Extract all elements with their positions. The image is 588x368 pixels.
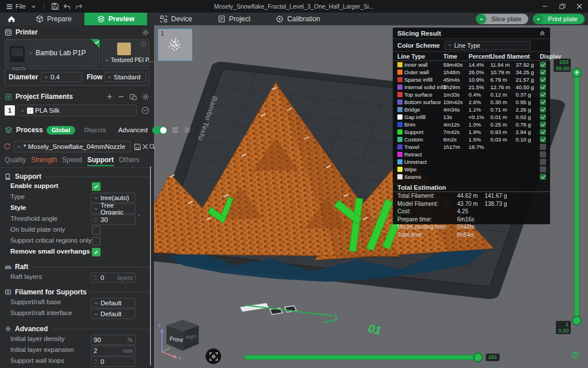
plate-type-card[interactable]: Textured PEI P... xyxy=(102,39,149,67)
move-slider-track[interactable] xyxy=(244,355,479,360)
layer-view-icon[interactable] xyxy=(571,350,580,359)
initial-layer-density-input[interactable]: 90% xyxy=(91,335,136,345)
raft-layers-spinner[interactable]: 0layers xyxy=(91,273,136,283)
display-checkbox[interactable] xyxy=(540,136,546,143)
tab-strength[interactable]: Strength xyxy=(31,156,57,164)
slice-plate-button[interactable]: Slice plate xyxy=(476,14,528,24)
line-type-percent: <0.1% xyxy=(469,114,490,120)
display-checkbox[interactable] xyxy=(540,144,546,150)
reset-preset-icon[interactable] xyxy=(3,143,11,150)
critical-regions-checkbox[interactable] xyxy=(92,237,100,246)
on-build-plate-checkbox[interactable] xyxy=(92,226,100,235)
spinner-arrows-icon[interactable] xyxy=(94,275,98,281)
support-raft-interface-select[interactable]: Default xyxy=(91,309,136,319)
tab-speed[interactable]: Speed xyxy=(62,156,82,164)
line-type-time: 45m4s xyxy=(443,76,469,83)
info-icon[interactable] xyxy=(141,41,146,47)
display-checkbox[interactable] xyxy=(540,106,546,113)
navigation-cube[interactable]: Front Right z x xyxy=(157,316,206,360)
line-type-name: Unretract xyxy=(404,159,443,165)
save-preset-icon[interactable] xyxy=(134,143,141,151)
layer-slider-top-handle[interactable]: + xyxy=(572,68,582,78)
spinner-arrows-icon[interactable] xyxy=(94,359,98,365)
support-style-select[interactable]: Tree Organic xyxy=(91,204,136,214)
undo-icon[interactable] xyxy=(63,3,71,10)
remove-filament-icon[interactable] xyxy=(118,93,125,100)
initial-layer-expansion-input[interactable]: 2mm xyxy=(91,346,136,356)
tab-device[interactable]: Device xyxy=(147,13,205,25)
file-menu[interactable]: File xyxy=(5,3,27,10)
display-checkbox[interactable] xyxy=(540,159,546,165)
print-plate-button[interactable]: Print plate xyxy=(533,14,585,24)
sidebar-scrollbar[interactable] xyxy=(150,166,151,366)
printer-dropdown-chevron-icon[interactable] xyxy=(28,50,34,56)
display-checkbox[interactable] xyxy=(540,76,546,83)
print-dropdown-icon[interactable] xyxy=(533,14,543,24)
move-slider-handle[interactable] xyxy=(473,352,483,362)
filament-settings-gear-icon[interactable] xyxy=(142,93,149,101)
filament-slot-number[interactable]: 1 xyxy=(5,105,15,116)
slicing-row: Retract xyxy=(393,151,550,158)
chevron-down-icon[interactable] xyxy=(30,3,37,10)
tune-sliders-icon[interactable] xyxy=(184,126,191,133)
display-checkbox[interactable] xyxy=(540,84,546,90)
advanced-toggle[interactable] xyxy=(152,126,167,134)
line-type-time: 1h29m xyxy=(443,84,469,90)
display-checkbox[interactable] xyxy=(540,129,546,135)
tab-others[interactable]: Others xyxy=(119,156,140,164)
remove-overhangs-checkbox[interactable] xyxy=(92,248,100,256)
layer-slider-track[interactable] xyxy=(574,68,579,322)
printer-settings-gear-icon[interactable] xyxy=(142,29,149,36)
tab-calibration[interactable]: Calibration xyxy=(263,13,332,25)
ams-sync-icon[interactable] xyxy=(129,93,137,101)
tab-project[interactable]: Project xyxy=(205,13,263,25)
viewport-3d[interactable]: Bambu Textu xyxy=(154,25,588,368)
tab-preview[interactable]: Preview xyxy=(84,13,147,25)
diameter-select[interactable]: 0.4 xyxy=(41,72,82,82)
save-project-icon[interactable] xyxy=(51,2,59,10)
close-button[interactable] xyxy=(571,0,588,13)
total-label: Prepare time: xyxy=(397,216,457,223)
clear-search-icon[interactable] xyxy=(142,144,148,150)
display-checkbox[interactable] xyxy=(540,151,546,158)
scope-objects-pill[interactable]: Objects xyxy=(79,126,111,135)
expand-list-icon[interactable] xyxy=(172,126,179,133)
tab-support[interactable]: Support xyxy=(87,156,114,166)
threshold-angle-spinner[interactable]: 30 xyxy=(91,214,136,225)
tab-prepare[interactable]: Prepare xyxy=(23,13,84,25)
spinner-arrows-icon[interactable] xyxy=(94,217,98,223)
support-wall-loops-spinner[interactable]: 0 xyxy=(91,356,136,367)
plate-settings-button[interactable] xyxy=(206,348,221,364)
redo-icon[interactable] xyxy=(75,3,83,10)
display-checkbox[interactable] xyxy=(540,114,546,120)
search-icon[interactable] xyxy=(149,143,156,150)
display-checkbox[interactable] xyxy=(540,91,546,98)
plate-thumbnail-card[interactable]: 1 xyxy=(158,29,192,61)
process-preset-select[interactable]: * Mosely_Snowflake_04mmNozzle xyxy=(14,141,131,152)
layer-slider-bottom-handle[interactable] xyxy=(572,316,582,325)
plate-dropdown-chevron-icon[interactable] xyxy=(105,57,110,63)
slice-dropdown-icon[interactable] xyxy=(476,14,486,24)
collapse-panel-icon[interactable] xyxy=(539,30,546,36)
display-checkbox[interactable] xyxy=(540,62,546,68)
filament-select[interactable]: PLA Silk xyxy=(17,105,137,116)
display-checkbox[interactable] xyxy=(540,121,546,128)
printer-card[interactable]: Bambu Lab P1P xyxy=(5,39,100,67)
display-checkbox[interactable] xyxy=(540,69,546,75)
display-checkbox[interactable] xyxy=(540,166,546,172)
tab-quality[interactable]: Quality xyxy=(5,156,26,164)
enable-support-checkbox[interactable] xyxy=(92,182,100,191)
line-type-length: 0.30 m xyxy=(490,99,516,105)
support-raft-base-select[interactable]: Default xyxy=(91,298,136,308)
scope-global-pill[interactable]: Global xyxy=(47,126,76,135)
display-checkbox[interactable] xyxy=(540,174,546,180)
restore-button[interactable] xyxy=(554,0,571,13)
add-filament-icon[interactable] xyxy=(106,93,113,100)
remove-slot-icon[interactable] xyxy=(141,106,149,114)
color-scheme-select[interactable]: Line Type xyxy=(444,41,531,50)
line-type-name: Outer wall xyxy=(404,69,443,75)
tab-home[interactable] xyxy=(0,13,23,25)
minimize-button[interactable] xyxy=(536,0,554,13)
display-checkbox[interactable] xyxy=(540,99,546,105)
flow-select[interactable]: Standard xyxy=(104,72,146,82)
